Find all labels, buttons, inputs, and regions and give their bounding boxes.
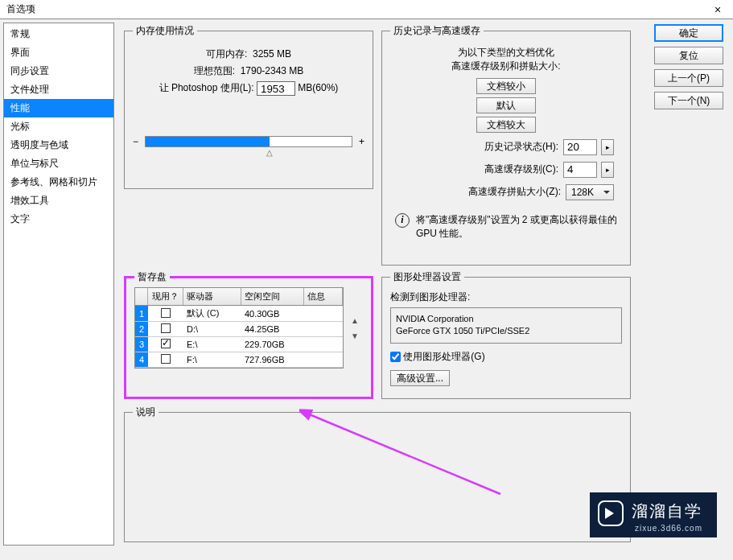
checkbox-icon[interactable] <box>161 354 171 364</box>
next-button[interactable]: 下一个(N) <box>654 92 723 109</box>
scratch-table[interactable]: 现用？ 驱动器 空闲空间 信息 1默认 (C)40.30GB2D:\44.25G… <box>134 287 344 369</box>
row-free: 44.25GB <box>241 323 304 336</box>
doc-small-button[interactable]: 文档较小 <box>476 78 536 94</box>
sidebar-item-performance[interactable]: 性能 <box>4 99 113 117</box>
row-free: 229.70GB <box>241 338 304 351</box>
watermark-text: 溜溜自学 <box>632 502 702 520</box>
use-gpu-check-icon[interactable] <box>390 352 401 362</box>
row-number: 3 <box>135 337 148 352</box>
watermark: 溜溜自学 zixue.3d66.com <box>590 492 717 537</box>
table-row[interactable]: 1默认 (C)40.30GB <box>135 306 343 322</box>
reset-button[interactable]: 复位 <box>654 47 723 64</box>
sidebar-item-filehandling[interactable]: 文件处理 <box>4 80 113 99</box>
row-info <box>304 343 343 346</box>
sidebar-item-units[interactable]: 单位与标尺 <box>4 154 113 173</box>
row-use-cell[interactable] <box>148 352 183 367</box>
checkbox-icon[interactable] <box>161 308 171 318</box>
row-number: 2 <box>135 322 148 336</box>
cache-level-input[interactable] <box>563 162 597 178</box>
row-free: 40.30GB <box>241 307 304 320</box>
memory-use-suffix: MB(60%) <box>298 82 338 93</box>
sidebar-item-general[interactable]: 常规 <box>4 25 113 43</box>
row-use-cell[interactable] <box>148 337 183 352</box>
scratch-group: 暂存盘 现用？ 驱动器 空闲空间 信息 1默认 (C)40.30GB2D:\44… <box>124 270 373 399</box>
gpu-group: 图形处理器设置 检测到图形处理器: NVIDIA Corporation GeF… <box>381 270 631 399</box>
sidebar-item-guides[interactable]: 参考线、网格和切片 <box>4 173 113 191</box>
memory-use-input[interactable] <box>257 81 295 96</box>
memory-legend: 内存使用情况 <box>133 24 197 38</box>
use-gpu-checkbox[interactable]: 使用图形处理器(G) <box>390 351 485 362</box>
watermark-sub: zixue.3d66.com <box>632 524 702 533</box>
move-up-icon[interactable]: ▲ <box>351 316 359 325</box>
slider-fill <box>146 137 270 146</box>
ideal-label: 理想范围: <box>194 65 235 76</box>
row-info <box>304 327 343 331</box>
row-info <box>304 358 343 361</box>
sidebar-item-cursor[interactable]: 光标 <box>4 117 113 136</box>
move-down-icon[interactable]: ▼ <box>351 331 359 340</box>
table-row[interactable]: 4F:\727.96GB <box>135 352 343 368</box>
gpu-vendor: NVIDIA Corporation <box>396 313 616 325</box>
row-drive: D:\ <box>183 323 241 336</box>
let-use-label: 让 Photoshop 使用(L): <box>159 82 254 93</box>
gpu-model: GeForce GTX 1050 Ti/PCIe/SSE2 <box>396 325 616 337</box>
available-label: 可用内存: <box>206 48 247 60</box>
sidebar-item-transparency[interactable]: 透明度与色域 <box>4 136 113 154</box>
available-value: 3255 MB <box>253 48 291 60</box>
memory-group: 内存使用情况 可用内存: 3255 MB 理想范围: 1790-2343 MB … <box>124 24 373 189</box>
slider-thumb-icon[interactable]: △ <box>266 148 273 157</box>
history-group: 历史记录与高速缓存 为以下类型的文档优化 高速缓存级别和拼贴大小: 文档较小 默… <box>381 24 631 266</box>
row-use-cell[interactable] <box>148 322 183 336</box>
description-legend: 说明 <box>133 406 159 419</box>
col-info[interactable]: 信息 <box>304 288 343 305</box>
cache-info-text: 将"高速缓存级别"设置为 2 或更高以获得最佳的 GPU 性能。 <box>416 213 617 241</box>
row-info <box>304 312 343 315</box>
doc-large-button[interactable]: 文档较大 <box>476 117 536 133</box>
row-number: 4 <box>135 352 148 367</box>
tile-size-select[interactable]: 128K <box>566 184 614 200</box>
sidebar-item-sync[interactable]: 同步设置 <box>4 62 113 80</box>
history-legend: 历史记录与高速缓存 <box>390 24 484 38</box>
row-free: 727.96GB <box>241 353 304 366</box>
watermark-play-icon <box>598 500 624 526</box>
row-drive: 默认 (C) <box>183 306 241 321</box>
slider-plus[interactable]: + <box>359 136 364 147</box>
memory-slider[interactable]: △ <box>145 136 352 147</box>
slider-minus[interactable]: − <box>133 136 138 147</box>
history-states-label: 历史记录状态(H): <box>484 140 558 154</box>
gpu-advanced-button[interactable]: 高级设置... <box>390 370 450 386</box>
window-title: 首选项 <box>6 2 35 16</box>
cache-level-label: 高速缓存级别(C): <box>484 163 558 176</box>
stepper-icon[interactable]: ▸ <box>601 139 614 155</box>
gpu-info-box: NVIDIA Corporation GeForce GTX 1050 Ti/P… <box>390 307 622 344</box>
row-drive: E:\ <box>183 338 241 351</box>
checkbox-icon[interactable] <box>161 339 171 348</box>
checkbox-icon[interactable] <box>161 323 171 333</box>
close-icon[interactable]: × <box>706 2 730 18</box>
row-use-cell[interactable] <box>148 307 183 321</box>
category-sidebar: 常规 界面 同步设置 文件处理 性能 光标 透明度与色域 单位与标尺 参考线、网… <box>3 23 114 546</box>
sidebar-item-type[interactable]: 文字 <box>4 210 113 229</box>
scratch-legend: 暂存盘 <box>134 270 170 284</box>
description-group: 说明 <box>124 406 631 542</box>
use-gpu-label: 使用图形处理器(G) <box>403 351 484 362</box>
col-drive[interactable]: 驱动器 <box>183 288 241 305</box>
table-row[interactable]: 2D:\44.25GB <box>135 322 343 337</box>
col-use[interactable]: 现用？ <box>148 288 183 305</box>
col-free[interactable]: 空闲空间 <box>241 288 304 305</box>
table-row[interactable]: 3E:\229.70GB <box>135 337 343 352</box>
prev-button[interactable]: 上一个(P) <box>654 69 723 87</box>
history-note1: 为以下类型的文档优化 <box>458 47 554 58</box>
doc-default-button[interactable]: 默认 <box>476 97 536 113</box>
info-icon: i <box>395 213 410 228</box>
history-note2: 高速缓存级别和拼贴大小: <box>451 60 560 72</box>
ideal-value: 1790-2343 MB <box>241 65 304 76</box>
stepper-icon[interactable]: ▸ <box>601 162 614 178</box>
row-number: 1 <box>135 306 148 321</box>
gpu-legend: 图形处理器设置 <box>390 270 464 284</box>
ok-button[interactable]: 确定 <box>654 24 723 42</box>
tile-size-label: 高速缓存拼贴大小(Z): <box>468 185 561 199</box>
sidebar-item-plugins[interactable]: 增效工具 <box>4 191 113 210</box>
sidebar-item-interface[interactable]: 界面 <box>4 43 113 62</box>
history-states-input[interactable] <box>563 139 597 155</box>
